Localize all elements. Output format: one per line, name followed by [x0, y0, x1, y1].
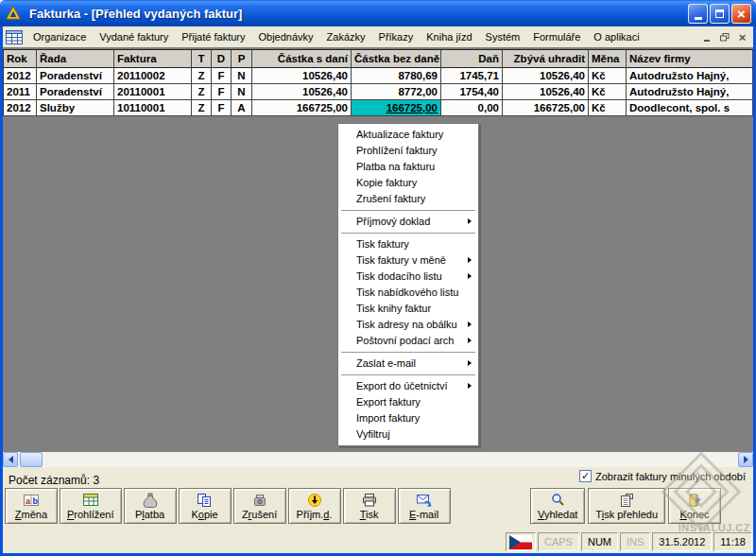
- context-menu-item[interactable]: Tisk adresy na obálku: [339, 317, 477, 333]
- menubar-item-7[interactable]: Systém: [479, 28, 527, 45]
- payment-icon: [143, 492, 158, 508]
- table-cell[interactable]: 10110001: [114, 100, 192, 116]
- scrollbar-thumb[interactable]: [20, 452, 43, 467]
- context-menu-item[interactable]: Zaslat e-mail: [339, 356, 477, 372]
- fakturka-logo-icon: [6, 6, 21, 21]
- change-button-label: Změna: [15, 509, 47, 520]
- table-cell[interactable]: 0,00: [441, 100, 503, 116]
- menubar-item-3[interactable]: Objednávky: [251, 28, 319, 45]
- copy-button[interactable]: Kopie: [179, 488, 232, 524]
- context-menu-item[interactable]: Tisk faktury: [339, 236, 477, 252]
- minimize-button[interactable]: [688, 4, 708, 24]
- context-menu-item[interactable]: Poštovní podací arch: [339, 333, 477, 349]
- table-cell[interactable]: Z: [192, 100, 212, 116]
- table-cell[interactable]: 166725,00: [252, 100, 352, 116]
- horizontal-scrollbar[interactable]: [3, 452, 753, 467]
- context-menu-item[interactable]: Platba na fakturu: [339, 159, 477, 175]
- payment-button[interactable]: Platba: [124, 488, 177, 524]
- copy-icon: [197, 492, 213, 508]
- table-cell[interactable]: Kč: [589, 100, 627, 116]
- button-toolbar: abZměnaProhlíženíPlatbaKopieZrušeníPříjm…: [3, 487, 753, 527]
- table-cell[interactable]: 2012: [3, 68, 37, 84]
- show-past-invoices-checkbox[interactable]: ✓: [579, 470, 592, 482]
- table-cell[interactable]: 8780,69: [352, 68, 441, 84]
- table-cell[interactable]: Z: [192, 84, 212, 100]
- table-cell[interactable]: N: [232, 68, 252, 84]
- mdi-close-button[interactable]: ×: [734, 30, 750, 44]
- table-cell[interactable]: Z: [192, 68, 212, 84]
- table-cell[interactable]: N: [232, 84, 252, 100]
- context-menu-item[interactable]: Zrušení faktury: [339, 191, 477, 207]
- menubar-item-6[interactable]: Kniha jízd: [420, 28, 478, 45]
- receipt-button[interactable]: Příjm.d.: [288, 488, 341, 524]
- table-cell[interactable]: Kč: [589, 84, 627, 100]
- table-cell[interactable]: Doodlecont, spol. s: [627, 100, 753, 116]
- change-button[interactable]: abZměna: [5, 488, 58, 524]
- table-cell[interactable]: Autodružsto Hajný,: [627, 68, 753, 84]
- table-cell[interactable]: A: [232, 100, 252, 116]
- print-report-button[interactable]: Tisk přehledu: [588, 488, 665, 524]
- menubar-item-8[interactable]: Formuláře: [526, 28, 587, 45]
- table-cell[interactable]: 1754,40: [441, 84, 503, 100]
- view-button[interactable]: Prohlížení: [60, 488, 122, 524]
- mdi-system-grid-icon[interactable]: [6, 30, 23, 44]
- context-menu-item[interactable]: Kopie faktury: [339, 175, 477, 191]
- table-cell[interactable]: Autodružsto Hajný,: [627, 84, 753, 100]
- table-cell[interactable]: Poradenství: [37, 68, 114, 84]
- context-menu-item[interactable]: Export faktury: [339, 394, 477, 410]
- table-cell[interactable]: 10526,40: [503, 84, 589, 100]
- context-menu-item[interactable]: Tisk nabídkového listu: [339, 285, 477, 301]
- svg-text:b: b: [33, 495, 39, 505]
- scroll-right-button[interactable]: [738, 452, 753, 467]
- table-cell[interactable]: F: [212, 84, 232, 100]
- show-past-invoices-checkbox-row[interactable]: ✓ Zobrazit faktury minulých období: [579, 470, 746, 482]
- mdi-minimize-button[interactable]: [698, 30, 714, 44]
- menubar-item-0[interactable]: Organizace: [26, 28, 93, 45]
- edit-icon: ab: [23, 492, 40, 508]
- table-cell[interactable]: 10526,40: [503, 68, 589, 84]
- scroll-left-button[interactable]: [3, 452, 18, 467]
- print-button[interactable]: Tisk: [343, 488, 396, 524]
- context-menu-item[interactable]: Import faktury: [339, 410, 477, 426]
- table-cell[interactable]: Služby: [37, 100, 114, 116]
- mdi-restore-button[interactable]: [716, 30, 732, 44]
- table-cell[interactable]: 10526,40: [252, 68, 352, 84]
- context-menu-item[interactable]: Tisk faktury v měně: [339, 252, 477, 269]
- exit-button[interactable]: Konec: [668, 488, 721, 524]
- table-cell[interactable]: F: [212, 68, 232, 84]
- context-menu-item[interactable]: Tisk dodacího listu: [339, 269, 477, 285]
- statusbar-spacer: [4, 532, 504, 551]
- selected-cell[interactable]: 166725,00: [352, 100, 441, 116]
- show-past-invoices-label: Zobrazit faktury minulých období: [595, 471, 746, 482]
- context-menu-item[interactable]: Prohlížení faktury: [339, 143, 477, 159]
- table-cell[interactable]: Poradenství: [37, 84, 114, 100]
- menubar-item-9[interactable]: O aplikaci: [587, 28, 645, 45]
- menubar-item-2[interactable]: Přijaté faktury: [175, 28, 251, 45]
- email-button[interactable]: E-mail: [398, 488, 451, 524]
- menubar-item-1[interactable]: Vydané faktury: [93, 28, 175, 45]
- context-menu-item[interactable]: Tisk knihy faktur: [339, 301, 477, 317]
- table-cell[interactable]: 166725,00: [503, 100, 589, 116]
- table-cell[interactable]: 20110001: [114, 84, 192, 100]
- table-cell[interactable]: F: [212, 100, 232, 116]
- table-cell[interactable]: 1745,71: [441, 68, 503, 84]
- maximize-button[interactable]: [710, 4, 730, 24]
- context-menu-item[interactable]: Export do účetnictví: [339, 378, 477, 394]
- table-cell[interactable]: 8772,00: [352, 84, 441, 100]
- table-cell[interactable]: 2011: [3, 84, 37, 100]
- search-button[interactable]: Vyhledat: [530, 488, 585, 524]
- menubar-item-4[interactable]: Zakázky: [320, 28, 372, 45]
- context-menu-item[interactable]: Aktualizace faktury: [339, 127, 477, 143]
- invoice-context-menu: Aktualizace fakturyProhlížení fakturyPla…: [337, 123, 479, 446]
- close-button[interactable]: ×: [731, 4, 751, 24]
- menubar-item-5[interactable]: Příkazy: [372, 28, 421, 45]
- table-cell[interactable]: 10526,40: [252, 84, 352, 100]
- table-cell[interactable]: 20110002: [114, 68, 192, 84]
- context-menu-item[interactable]: Příjmový doklad: [339, 214, 477, 230]
- delete-button[interactable]: Zrušení: [233, 488, 286, 524]
- column-header: Částka bez daně: [352, 49, 441, 68]
- table-cell[interactable]: Kč: [589, 68, 627, 84]
- search-icon: [550, 492, 565, 508]
- context-menu-item[interactable]: Vyfiltruj: [339, 426, 477, 443]
- table-cell[interactable]: 2012: [3, 100, 37, 116]
